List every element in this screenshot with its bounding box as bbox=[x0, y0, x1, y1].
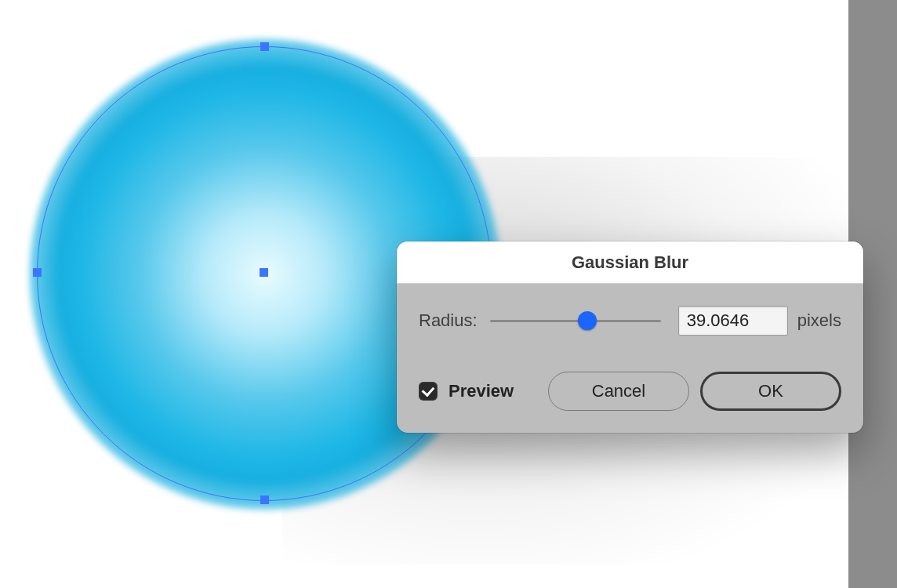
ok-label: OK bbox=[758, 381, 783, 401]
radius-slider[interactable] bbox=[490, 311, 661, 330]
dialog-titlebar[interactable]: Gaussian Blur bbox=[397, 241, 863, 284]
preview-checkbox[interactable] bbox=[419, 382, 438, 401]
bottom-row: Preview Cancel OK bbox=[419, 372, 841, 411]
ok-button[interactable]: OK bbox=[700, 372, 841, 411]
preview-group: Preview bbox=[419, 381, 514, 401]
preview-label: Preview bbox=[448, 381, 514, 401]
radius-input[interactable]: 39.0646 bbox=[678, 306, 788, 336]
cancel-label: Cancel bbox=[592, 381, 645, 401]
app-stage: Gaussian Blur Radius: 39.0646 pixels bbox=[0, 0, 897, 588]
document-canvas[interactable]: Gaussian Blur Radius: 39.0646 pixels bbox=[0, 0, 848, 588]
slider-thumb[interactable] bbox=[578, 311, 597, 330]
radius-value: 39.0646 bbox=[687, 310, 750, 331]
gaussian-blur-dialog: Gaussian Blur Radius: 39.0646 pixels bbox=[397, 241, 863, 433]
radius-label: Radius: bbox=[419, 310, 478, 331]
dialog-body: Radius: 39.0646 pixels bbox=[397, 284, 863, 433]
dialog-buttons: Cancel OK bbox=[548, 372, 841, 411]
dialog-title: Gaussian Blur bbox=[572, 252, 688, 273]
checkmark-icon bbox=[422, 383, 435, 397]
slider-track bbox=[490, 320, 661, 322]
cancel-button[interactable]: Cancel bbox=[548, 372, 689, 411]
radius-row: Radius: 39.0646 pixels bbox=[419, 306, 841, 336]
radius-unit: pixels bbox=[797, 310, 841, 331]
